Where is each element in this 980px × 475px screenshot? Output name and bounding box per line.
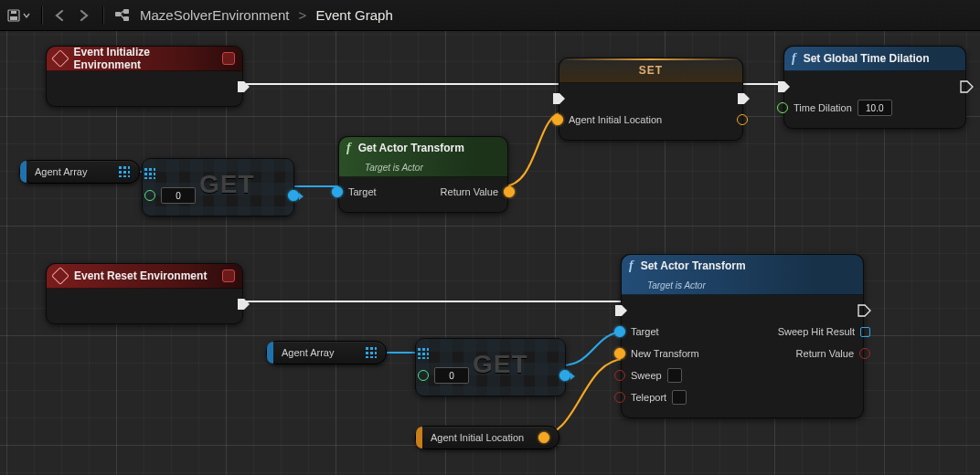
variable-get-agent-array-2[interactable]: Agent Array <box>266 341 387 364</box>
pin-label: New Transform <box>631 348 699 359</box>
pin-label: Teleport <box>631 392 666 403</box>
node-subtitle: Target is Actor <box>647 280 706 290</box>
pin-label: Return Value <box>441 186 498 197</box>
nav-back-button[interactable] <box>53 9 68 22</box>
pin-label: Target <box>348 186 377 197</box>
teleport-checkbox[interactable] <box>672 390 687 405</box>
toolbar: MazeSolverEnvironment > Event Graph <box>0 0 980 31</box>
index-value[interactable]: 0 <box>161 187 196 204</box>
node-subtitle: Target is Actor <box>365 163 423 173</box>
back-arrow-icon <box>53 9 68 22</box>
variable-get-agent-array[interactable]: Agent Array <box>19 160 140 184</box>
node-array-get-1[interactable]: GET 0 <box>142 158 294 216</box>
node-event-initialize-environment[interactable]: Event Initialize Environment <box>46 46 243 107</box>
exec-out-pin[interactable] <box>960 80 971 91</box>
nav-forward-button[interactable] <box>77 9 91 22</box>
time-dilation-pin[interactable] <box>777 102 788 113</box>
node-title: Event Reset Environment <box>74 269 207 282</box>
exec-out-pin[interactable] <box>737 92 748 103</box>
node-header[interactable]: Event Reset Environment <box>47 264 242 289</box>
exec-out-pin[interactable] <box>237 298 248 309</box>
value-out-pin[interactable] <box>538 432 549 443</box>
variable-label: Agent Array <box>282 347 334 358</box>
element-out-pin[interactable] <box>559 370 570 381</box>
node-set-global-time-dilation[interactable]: f Set Global Time Dilation Time Dilation… <box>783 46 966 129</box>
return-value-pin[interactable] <box>504 186 515 197</box>
index-pin[interactable] <box>144 190 155 201</box>
save-dropdown-button[interactable] <box>7 9 30 22</box>
sweep-pin[interactable] <box>614 370 625 381</box>
toolbar-separator <box>102 6 103 25</box>
target-pin[interactable] <box>332 186 343 197</box>
node-header[interactable]: SET <box>559 58 742 83</box>
value-out-pin[interactable] <box>737 114 748 125</box>
value-in-pin[interactable] <box>552 114 563 125</box>
function-icon: f <box>792 51 796 66</box>
sweep-hit-pin[interactable] <box>860 327 870 337</box>
node-header[interactable]: f Set Global Time Dilation <box>784 47 965 71</box>
new-transform-pin[interactable] <box>614 348 625 359</box>
node-title: Set Actor Transform <box>641 259 746 272</box>
breadcrumb-parent[interactable]: MazeSolverEnvironment <box>140 7 289 23</box>
sweep-checkbox[interactable] <box>667 368 682 383</box>
exec-in-pin[interactable] <box>614 304 625 315</box>
exec-out-pin[interactable] <box>237 80 248 91</box>
forward-arrow-icon <box>77 9 91 22</box>
svg-rect-4 <box>123 9 129 14</box>
return-value-pin[interactable] <box>859 348 870 359</box>
node-title: SET <box>639 64 663 77</box>
pin-label: Sweep Hit Result <box>778 326 855 337</box>
target-pin[interactable] <box>614 326 625 337</box>
pin-label: Time Dilation <box>794 102 852 113</box>
node-header[interactable]: f Set Actor Transform Target is Actor <box>622 255 863 295</box>
element-out-pin[interactable] <box>288 190 299 201</box>
array-out-pin[interactable] <box>366 347 377 358</box>
node-title: Get Actor Transform <box>358 142 464 154</box>
node-get-actor-transform[interactable]: f Get Actor Transform Target is Actor Ta… <box>338 136 508 213</box>
node-title: Set Global Time Dilation <box>804 52 930 65</box>
node-header[interactable]: f Get Actor Transform Target is Actor <box>339 137 507 177</box>
save-icon <box>7 9 20 22</box>
pin-label: Return Value <box>796 348 854 359</box>
blueprint-icon <box>114 8 131 23</box>
node-title: Event Initialize Environment <box>74 46 216 71</box>
svg-rect-3 <box>115 12 121 16</box>
breadcrumb: MazeSolverEnvironment > Event Graph <box>140 7 393 23</box>
toolbar-separator <box>41 6 42 25</box>
pin-label: Agent Initial Location <box>569 114 662 125</box>
node-array-get-2[interactable]: GET 0 <box>415 338 566 396</box>
index-pin[interactable] <box>418 370 429 381</box>
array-in-pin[interactable] <box>418 348 429 359</box>
node-header[interactable]: Event Initialize Environment <box>47 47 242 71</box>
pin-label: Target <box>631 326 659 337</box>
teleport-pin[interactable] <box>614 392 625 403</box>
time-dilation-value[interactable]: 10.0 <box>858 100 892 116</box>
breadcrumb-current: Event Graph <box>316 7 393 23</box>
custom-event-marker <box>222 269 235 282</box>
event-icon <box>51 49 69 68</box>
node-set-actor-transform[interactable]: f Set Actor Transform Target is Actor Ta… <box>621 254 864 418</box>
index-value[interactable]: 0 <box>434 367 469 384</box>
node-set-agent-initial-location[interactable]: SET Agent Initial Location <box>559 58 743 141</box>
variable-label: Agent Array <box>35 166 87 177</box>
function-icon: f <box>629 259 634 273</box>
custom-event-marker <box>222 52 235 65</box>
array-in-pin[interactable] <box>144 168 155 179</box>
function-icon: f <box>346 141 351 155</box>
svg-rect-1 <box>10 16 17 20</box>
exec-out-pin[interactable] <box>858 304 868 315</box>
exec-in-pin[interactable] <box>777 80 788 91</box>
chevron-down-icon <box>23 12 30 19</box>
array-out-pin[interactable] <box>119 166 130 177</box>
variable-label: Agent Initial Location <box>431 432 524 443</box>
event-icon <box>51 267 69 285</box>
node-event-reset-environment[interactable]: Event Reset Environment <box>46 263 243 324</box>
exec-in-pin[interactable] <box>552 92 563 103</box>
breadcrumb-separator: > <box>299 7 307 23</box>
svg-rect-5 <box>123 16 129 21</box>
svg-rect-2 <box>11 11 16 14</box>
variable-get-agent-initial-location[interactable]: Agent Initial Location <box>415 426 559 449</box>
pin-label: Sweep <box>631 370 662 381</box>
